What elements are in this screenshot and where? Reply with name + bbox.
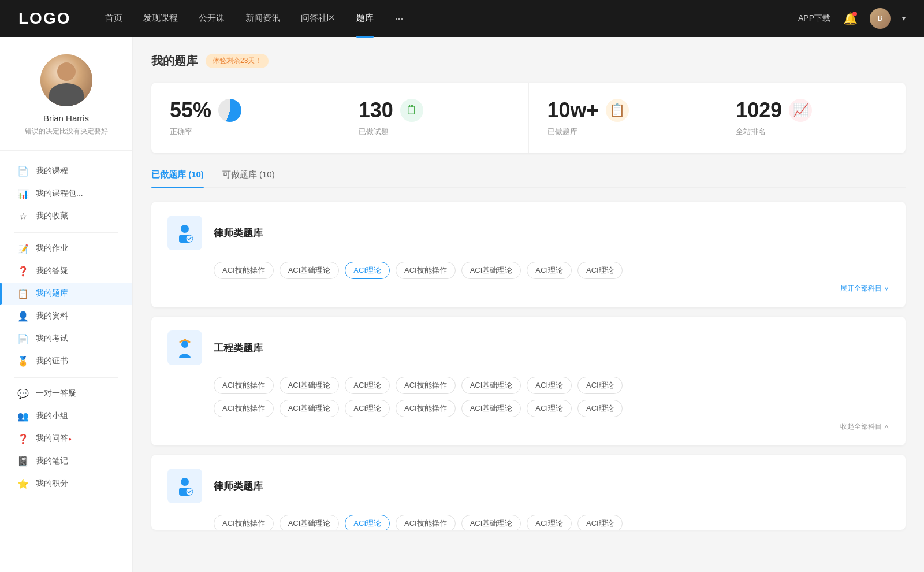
qbank-name-engineer: 工程类题库 (214, 341, 263, 355)
questions-icon: ❓ (17, 266, 29, 277)
app-download-link[interactable]: APP下载 (798, 13, 830, 24)
stat-banks-label: 已做题库 (547, 127, 699, 137)
nav-home[interactable]: 首页 (105, 13, 122, 25)
sidebar: Brian Harris 错误的决定比没有决定要好 📄 我的课程 📊 我的课程包… (0, 37, 133, 572)
sidebar-item-profile[interactable]: 👤 我的资料 (0, 305, 132, 328)
tag-2-6[interactable]: ACI理论 (527, 377, 572, 394)
tag-2-14[interactable]: ACI理论 (578, 400, 623, 417)
tag-2-5[interactable]: ACI基础理论 (461, 377, 521, 394)
expand-link-lawyer-1[interactable]: 展开全部科目 ∨ (214, 284, 889, 294)
sidebar-menu: 📄 我的课程 📊 我的课程包... ☆ 我的收藏 📝 我的作业 ❓ 我的答疑 � (0, 151, 132, 504)
svg-rect-4 (184, 339, 186, 340)
sidebar-item-one-on-one[interactable]: 💬 一对一答疑 (0, 382, 132, 405)
sidebar-label-my-qa: 我的问答● (36, 433, 115, 444)
nav-qbank[interactable]: 题库 (356, 13, 374, 25)
tag-3-2[interactable]: ACI基础理论 (280, 515, 340, 530)
sidebar-label-homework: 我的作业 (36, 243, 115, 254)
nav-qa[interactable]: 问答社区 (301, 13, 336, 25)
tag-2-4[interactable]: ACI技能操作 (396, 377, 456, 394)
tag-3-6[interactable]: ACI理论 (527, 515, 572, 530)
tag-2-12[interactable]: ACI基础理论 (461, 400, 521, 417)
layout: Brian Harris 错误的决定比没有决定要好 📄 我的课程 📊 我的课程包… (0, 37, 924, 572)
sidebar-item-groups[interactable]: 👥 我的小组 (0, 405, 132, 428)
qbank-name-lawyer-1: 律师类题库 (214, 226, 263, 240)
avatar-image: B (870, 8, 891, 29)
sidebar-item-questions[interactable]: ❓ 我的答疑 (0, 260, 132, 283)
tag-1-1[interactable]: ACI技能操作 (214, 262, 274, 279)
tag-1-3[interactable]: ACI理论 (345, 262, 390, 279)
sidebar-label-profile: 我的资料 (36, 311, 115, 321)
tag-2-11[interactable]: ACI技能操作 (396, 400, 456, 417)
nav-more[interactable]: ··· (394, 13, 403, 25)
qbank-icon-lawyer-1 (167, 216, 202, 250)
collapse-link-engineer[interactable]: 收起全部科目 ∧ (214, 422, 889, 432)
avatar-img (40, 54, 92, 106)
stat-ranking-top: 1029 📈 (736, 99, 887, 122)
tab-done-banks[interactable]: 已做题库 (10) (151, 169, 204, 187)
nav-open[interactable]: 公开课 (199, 13, 225, 25)
qbank-tags-engineer-1: ACI技能操作 ACI基础理论 ACI理论 ACI技能操作 ACI基础理论 AC… (214, 377, 889, 394)
stat-done-banks: 10w+ 📋 已做题库 (529, 83, 718, 153)
sidebar-item-courses[interactable]: 📄 我的课程 (0, 160, 132, 183)
sidebar-divider-2 (14, 377, 118, 378)
tag-1-6[interactable]: ACI理论 (527, 262, 572, 279)
qbank-content-engineer: ACI技能操作 ACI基础理论 ACI理论 ACI技能操作 ACI基础理论 AC… (167, 377, 889, 432)
sidebar-item-favorites[interactable]: ☆ 我的收藏 (0, 205, 132, 228)
sidebar-item-qbank[interactable]: 📋 我的题库 (0, 283, 132, 305)
tab-available-banks[interactable]: 可做题库 (10) (222, 169, 275, 187)
nav-discover[interactable]: 发现课程 (143, 13, 178, 25)
profile-section: Brian Harris 错误的决定比没有决定要好 (0, 54, 132, 151)
tag-2-1[interactable]: ACI技能操作 (214, 377, 274, 394)
qbank-icon-engineer (167, 330, 202, 365)
notification-bell[interactable]: 🔔 (842, 10, 858, 27)
qbank-section-lawyer-1: 律师类题库 ACI技能操作 ACI基础理论 ACI理论 ACI技能操作 ACI基… (151, 202, 906, 307)
tag-1-7[interactable]: ACI理论 (578, 262, 623, 279)
sidebar-label-exam: 我的考试 (36, 333, 115, 344)
nav-news[interactable]: 新闻资讯 (245, 13, 280, 25)
nav-links: 首页 发现课程 公开课 新闻资讯 问答社区 题库 ··· (105, 13, 798, 25)
tag-2-2[interactable]: ACI基础理论 (280, 377, 340, 394)
tag-1-4[interactable]: ACI技能操作 (396, 262, 456, 279)
qbank-icon: 📋 (17, 288, 29, 299)
sidebar-item-exam[interactable]: 📄 我的考试 (0, 328, 132, 350)
exam-icon: 📄 (17, 333, 29, 344)
qbank-header-lawyer-1: 律师类题库 (167, 216, 889, 250)
stat-banks-top: 10w+ 📋 (547, 99, 699, 122)
tag-3-5[interactable]: ACI基础理论 (461, 515, 521, 530)
tag-2-13[interactable]: ACI理论 (527, 400, 572, 417)
tag-3-7[interactable]: ACI理论 (578, 515, 623, 530)
sidebar-item-my-qa[interactable]: ❓ 我的问答● (0, 428, 132, 450)
sidebar-item-homework[interactable]: 📝 我的作业 (0, 237, 132, 260)
tag-2-8[interactable]: ACI技能操作 (214, 400, 274, 417)
stat-done-top: 130 🗒 (359, 99, 510, 122)
done-questions-icon: 🗒 (400, 99, 423, 122)
navbar: LOGO 首页 发现课程 公开课 新闻资讯 问答社区 题库 ··· APP下载 … (0, 0, 924, 37)
tag-2-10[interactable]: ACI理论 (345, 400, 390, 417)
sidebar-item-points[interactable]: ⭐ 我的积分 (0, 473, 132, 495)
nav-right: APP下载 🔔 B ▾ (798, 8, 906, 29)
qbank-header-engineer: 工程类题库 (167, 330, 889, 365)
tag-3-4[interactable]: ACI技能操作 (396, 515, 456, 530)
tag-3-1[interactable]: ACI技能操作 (214, 515, 274, 530)
tag-2-9[interactable]: ACI基础理论 (280, 400, 340, 417)
lawyer2-icon-svg (173, 474, 196, 497)
sidebar-item-notes[interactable]: 📓 我的笔记 (0, 450, 132, 473)
tag-2-7[interactable]: ACI理论 (578, 377, 623, 394)
page-header: 我的题库 体验剩余23天！ (151, 53, 906, 69)
sidebar-item-course-packages[interactable]: 📊 我的课程包... (0, 183, 132, 205)
avatar-chevron-icon[interactable]: ▾ (902, 14, 906, 23)
sidebar-item-certificate[interactable]: 🏅 我的证书 (0, 350, 132, 373)
tag-1-5[interactable]: ACI基础理论 (461, 262, 521, 279)
notes-icon: 📓 (17, 456, 29, 467)
stat-banks-value: 10w+ (547, 100, 599, 121)
qbank-tags-lawyer-1: ACI技能操作 ACI基础理论 ACI理论 ACI技能操作 ACI基础理论 AC… (214, 262, 889, 279)
sidebar-label-certificate: 我的证书 (36, 356, 115, 366)
tag-2-3[interactable]: ACI理论 (345, 377, 390, 394)
tag-1-2[interactable]: ACI基础理论 (280, 262, 340, 279)
profile-motto: 错误的决定比没有决定要好 (25, 127, 108, 136)
stat-ranking: 1029 📈 全站排名 (717, 83, 906, 153)
logo[interactable]: LOGO (18, 9, 70, 28)
packages-icon: 📊 (17, 188, 29, 199)
tag-3-3[interactable]: ACI理论 (345, 515, 390, 530)
avatar[interactable]: B (870, 8, 891, 29)
